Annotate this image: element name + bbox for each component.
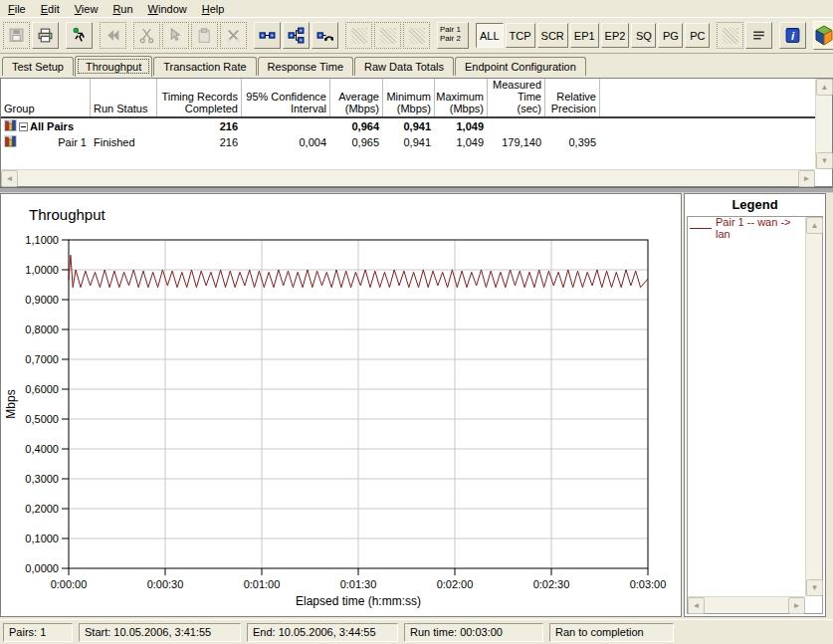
scroll-left-button[interactable]: ◄ (1, 170, 18, 187)
scroll-down-button[interactable]: ▼ (816, 152, 833, 169)
add-pair-button[interactable] (254, 22, 281, 49)
status-panel-3: Run time: 00:03:00 (404, 623, 543, 642)
table-vertical-scrollbar[interactable]: ▲▼ (815, 79, 832, 169)
y-tick-label: 0,4000 (25, 443, 59, 455)
filter-button-group: ALLTCPSCREP1EP2SQPGPC (476, 23, 710, 48)
timing_records_completed-cell: 216 (157, 136, 242, 148)
menu-item-run[interactable]: Run (105, 1, 140, 17)
replicate-pair-button (374, 22, 401, 49)
tab-throughput[interactable]: Throughput (75, 56, 152, 77)
print-button[interactable] (32, 22, 59, 49)
legend-entries: Pair 1 -- wan -> lan (690, 221, 804, 235)
group-label: All Pairs (30, 120, 74, 132)
status-bar: Pairs: 1Start: 10.05.2006, 3:41:55End: 1… (0, 619, 833, 644)
add-multicast-group-icon (288, 27, 305, 44)
help-info-button[interactable]: i (779, 22, 806, 49)
cut-icon (138, 27, 155, 44)
menu-item-edit[interactable]: Edit (34, 1, 68, 17)
y-tick-label: 0,2000 (25, 503, 59, 515)
pair-list-line2: Pair 2 (440, 34, 466, 43)
tab-endpoint-configuration[interactable]: Endpoint Configuration (455, 57, 586, 76)
x-tick-label: 0:03:00 (630, 578, 667, 590)
y-tick-label: 0,5000 (25, 413, 59, 425)
save-button (3, 22, 30, 49)
scroll-right-button[interactable]: ► (788, 597, 805, 614)
swap-endpoints-button (403, 22, 430, 49)
y-tick-label: 0,8000 (25, 323, 59, 335)
average-cell: 0,964 (330, 120, 383, 132)
run-icon (71, 27, 88, 44)
column-header-minimum[interactable]: Minimum (Mbps) (383, 79, 435, 116)
x-tick-label: 0:00:00 (51, 578, 88, 590)
print-icon (37, 27, 54, 44)
netiq-logo: netiQ (813, 21, 833, 50)
tab-response-time[interactable]: Response Time (258, 57, 353, 76)
run_status-cell: Finished (91, 136, 157, 148)
results-table-panel: GroupRun StatusTiming Records Completed9… (0, 78, 833, 187)
column-header-run_status[interactable]: Run Status (91, 79, 157, 116)
menu-item-view[interactable]: View (68, 1, 106, 17)
filter-button-pc[interactable]: PC (685, 23, 710, 48)
table-horizontal-scrollbar[interactable]: ◄► (1, 169, 815, 186)
add-multicast-group-button[interactable] (283, 22, 310, 49)
y-tick-label: 0,9000 (25, 294, 59, 306)
table-row[interactable]: All Pairs2160,9640,9411,049 (1, 118, 832, 134)
run-button[interactable] (66, 22, 93, 49)
cut-button (133, 22, 160, 49)
scroll-up-button[interactable]: ▲ (816, 79, 833, 96)
scroll-left-button[interactable]: ◄ (688, 597, 705, 614)
relative_precision-cell: 0,395 (545, 136, 600, 148)
column-header-average[interactable]: Average (Mbps) (330, 79, 383, 116)
x-tick-label: 0:02:00 (437, 578, 474, 590)
column-header-maximum[interactable]: Maximum (Mbps) (435, 79, 488, 116)
minimum-cell: 0,941 (383, 136, 435, 148)
throughput-chart: 0,00000,10000,20000,30000,40000,50000,60… (1, 194, 681, 616)
measured_time-cell: 179,140 (488, 136, 545, 148)
chart-title: Throughput (29, 206, 106, 223)
column-header-timing_records_completed[interactable]: Timing Records Completed (157, 79, 242, 116)
console-button[interactable] (745, 22, 772, 49)
menu-item-help[interactable]: Help (195, 1, 233, 17)
tab-raw-data-totals[interactable]: Raw Data Totals (354, 57, 454, 76)
filter-button-all[interactable]: ALL (476, 23, 504, 48)
pair-chart-icon (4, 119, 17, 133)
group-label: Pair 1 (58, 136, 87, 148)
x-tick-label: 0:01:30 (340, 578, 377, 590)
pair-list-button[interactable]: Pair 1Pair 2 (437, 22, 469, 49)
legend-horizontal-scrollbar[interactable]: ◄► (688, 596, 805, 613)
filter-button-ep1[interactable]: EP1 (570, 23, 599, 48)
y-tick-label: 0,0000 (25, 562, 59, 574)
maximum-cell: 1,049 (435, 120, 488, 132)
column-header-group[interactable]: Group (1, 79, 91, 116)
scroll-down-button[interactable]: ▼ (806, 579, 823, 596)
group-cell: All Pairs (1, 119, 91, 133)
y-tick-label: 0,1000 (25, 533, 59, 544)
status-panel-4: Ran to completion (549, 623, 674, 642)
filter-button-ep2[interactable]: EP2 (601, 23, 630, 48)
menu-item-file[interactable]: File (1, 1, 34, 17)
toolbar: Pair 1Pair 2ALLTCPSCREP1EP2SQPGPCinetiQ (0, 18, 833, 54)
table-row[interactable]: Pair 1Finished2160,0040,9650,9411,049179… (1, 134, 832, 150)
timing_records_completed-cell: 216 (157, 120, 242, 132)
column-header-relative_precision[interactable]: Relative Precision (545, 79, 600, 116)
tab-transaction-rate[interactable]: Transaction Rate (153, 57, 256, 76)
filter-button-sq[interactable]: SQ (631, 23, 656, 48)
legend-entry[interactable]: Pair 1 -- wan -> lan (690, 221, 804, 235)
collapse-expander[interactable] (19, 122, 28, 131)
add-voip-pair-button[interactable] (312, 22, 338, 49)
legend-vertical-scrollbar[interactable]: ▲▼ (805, 217, 822, 596)
scroll-right-button[interactable]: ► (798, 170, 815, 187)
average-cell: 0,965 (330, 136, 383, 148)
scroll-up-button[interactable]: ▲ (806, 217, 823, 234)
filter-button-pg[interactable]: PG (658, 23, 683, 48)
menu-item-window[interactable]: Window (141, 1, 195, 17)
column-header-measured_time[interactable]: Measured Time (sec) (488, 79, 545, 116)
group-cell: Pair 1 (1, 135, 91, 149)
tab-test-setup[interactable]: Test Setup (2, 57, 74, 76)
column-header-confidence_interval[interactable]: 95% Confidence Interval (242, 79, 330, 116)
filter-button-tcp[interactable]: TCP (506, 23, 535, 48)
filter-button-scr[interactable]: SCR (537, 23, 568, 48)
paste-icon (196, 27, 213, 44)
y-tick-label: 1,0000 (25, 264, 59, 276)
edit-pair-button (345, 22, 372, 49)
